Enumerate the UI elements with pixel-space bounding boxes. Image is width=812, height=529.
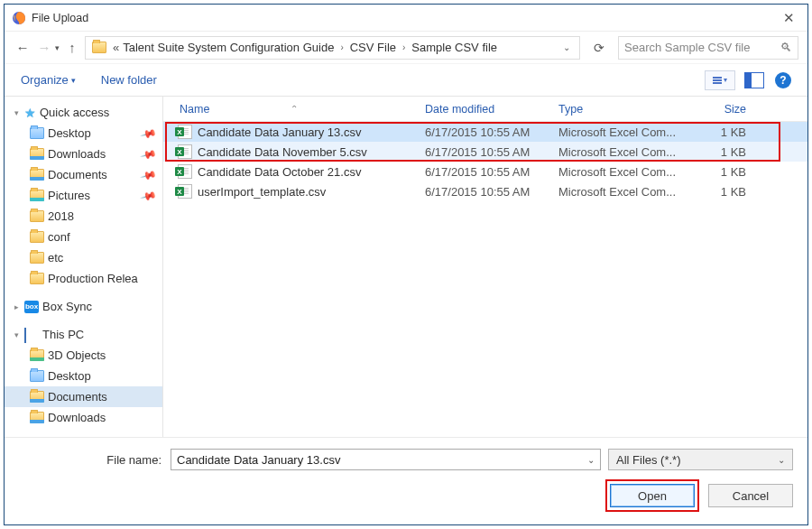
list-icon — [713, 77, 722, 84]
sidebar-item-label: Documents — [48, 390, 107, 404]
file-rows: XCandidate Data January 13.csv 6/17/2015… — [163, 122, 807, 201]
file-row[interactable]: XCandidate Data October 21.csv 6/17/2015… — [163, 162, 807, 181]
column-size[interactable]: Size — [687, 103, 759, 116]
sidebar-this-pc[interactable]: This PC — [5, 324, 162, 345]
pin-icon: 📌 — [140, 145, 158, 163]
forward-button[interactable]: → — [35, 40, 53, 55]
csv-icon: X — [178, 125, 192, 139]
file-row[interactable]: XuserImport_template.csv 6/17/2015 10:55… — [163, 181, 807, 201]
dialog-title: File Upload — [32, 12, 88, 24]
folder-icon — [30, 412, 44, 423]
file-name: Candidate Data October 21.csv — [198, 165, 361, 179]
file-type: Microsoft Excel Com... — [558, 185, 687, 199]
folder-icon — [91, 40, 107, 56]
sidebar-3d-objects[interactable]: 3D Objects — [5, 345, 162, 366]
file-list-pane: Name⌃ Date modified Type Size XCandidate… — [163, 97, 807, 437]
sidebar-box-sync[interactable]: boxBox Sync — [5, 296, 162, 317]
preview-pane-button[interactable] — [744, 72, 764, 88]
chevron-down-icon[interactable]: ⌄ — [587, 455, 595, 465]
filename-value: Candidate Data January 13.csv — [177, 453, 340, 467]
crumb-0[interactable]: Talent Suite System Configuration Guide — [119, 41, 337, 54]
file-size: 1 KB — [687, 125, 759, 139]
chevron-down-icon[interactable]: ⌄ — [558, 42, 576, 52]
new-folder-button[interactable]: New folder — [101, 73, 157, 87]
search-icon[interactable]: 🔍︎ — [780, 41, 792, 54]
file-type: Microsoft Excel Com... — [558, 145, 687, 159]
sidebar-desktop[interactable]: Desktop📌 — [5, 123, 162, 144]
history-dropdown[interactable]: ▾ — [55, 43, 60, 52]
crumb-1[interactable]: CSV File — [346, 41, 400, 54]
sidebar-etc[interactable]: etc — [5, 247, 162, 268]
star-icon: ★ — [24, 106, 36, 120]
sidebar-item-label: Quick access — [40, 106, 109, 119]
folder-icon — [30, 169, 44, 181]
file-dialog: File Upload ✕ ← → ▾ ↑ « Talent Suite Sys… — [4, 4, 808, 525]
filename-label: File name: — [19, 453, 163, 467]
file-size: 1 KB — [687, 145, 759, 159]
file-size: 1 KB — [687, 165, 759, 179]
filename-input[interactable]: Candidate Data January 13.csv ⌄ — [171, 449, 601, 470]
toolbar: Organize ▾ New folder ▾ ? — [5, 64, 807, 97]
folder-icon — [30, 190, 44, 201]
column-name[interactable]: Name — [180, 103, 209, 116]
sidebar-documents-pc[interactable]: Documents — [5, 386, 162, 407]
folder-icon — [30, 273, 44, 284]
filter-label: All Files (*.*) — [616, 453, 681, 467]
sidebar-item-label: Production Relea — [48, 272, 138, 285]
sidebar-2018[interactable]: 2018 — [5, 206, 162, 227]
sidebar-downloads[interactable]: Downloads📌 — [5, 144, 162, 164]
sidebar-item-label: conf — [48, 230, 70, 244]
help-button[interactable]: ? — [775, 72, 791, 88]
close-icon[interactable]: ✕ — [778, 10, 800, 26]
column-headers[interactable]: Name⌃ Date modified Type Size — [163, 97, 807, 122]
crumb-2[interactable]: Sample CSV file — [408, 41, 501, 54]
sidebar-pictures[interactable]: Pictures📌 — [5, 185, 162, 206]
bottom-panel: File name: Candidate Data January 13.csv… — [5, 437, 807, 524]
breadcrumb[interactable]: « Talent Suite System Configuration Guid… — [85, 36, 580, 60]
view-options-button[interactable]: ▾ — [705, 70, 735, 90]
sidebar-production[interactable]: Production Relea — [5, 268, 162, 289]
organize-button[interactable]: Organize — [21, 73, 69, 87]
sidebar: ★Quick access Desktop📌 Downloads📌 Docume… — [5, 97, 163, 437]
sidebar-item-label: Box Sync — [42, 300, 92, 313]
csv-icon: X — [178, 164, 192, 179]
breadcrumb-overflow[interactable]: « — [109, 41, 119, 54]
pin-icon: 📌 — [140, 166, 158, 184]
file-row[interactable]: XCandidate Data November 5.csv 6/17/2015… — [163, 142, 807, 162]
back-button[interactable]: ← — [14, 40, 32, 55]
chevron-down-icon[interactable]: ▾ — [71, 76, 76, 85]
folder-icon — [30, 252, 44, 264]
box-icon: box — [24, 301, 39, 313]
chevron-right-icon[interactable]: › — [337, 42, 346, 52]
sidebar-item-label: Pictures — [48, 189, 90, 202]
column-date[interactable]: Date modified — [425, 103, 558, 116]
folder-icon — [30, 349, 44, 361]
sidebar-documents[interactable]: Documents📌 — [5, 164, 162, 185]
sidebar-item-label: Documents — [48, 168, 107, 181]
chevron-down-icon: ▾ — [724, 76, 727, 84]
file-row[interactable]: XCandidate Data January 13.csv 6/17/2015… — [163, 122, 807, 142]
sidebar-item-label: Desktop — [48, 126, 91, 140]
sidebar-downloads-pc[interactable]: Downloads — [5, 407, 162, 428]
chevron-down-icon[interactable]: ⌄ — [778, 455, 785, 465]
column-type[interactable]: Type — [558, 103, 687, 116]
cancel-button-label: Cancel — [733, 489, 769, 503]
pin-icon: 📌 — [140, 125, 158, 143]
sort-indicator: ⌃ — [291, 104, 298, 114]
search-input[interactable]: Search Sample CSV file 🔍︎ — [618, 36, 798, 60]
file-date: 6/17/2015 10:55 AM — [425, 125, 558, 139]
cancel-button[interactable]: Cancel — [708, 484, 793, 507]
open-button[interactable]: Open — [610, 484, 695, 507]
folder-icon — [30, 391, 44, 403]
up-button[interactable]: ↑ — [63, 40, 81, 55]
sidebar-item-label: Desktop — [48, 369, 91, 383]
filetype-filter[interactable]: All Files (*.*) ⌄ — [608, 449, 793, 470]
file-date: 6/17/2015 10:55 AM — [425, 165, 558, 179]
firefox-icon — [12, 11, 26, 25]
sidebar-conf[interactable]: conf — [5, 227, 162, 247]
sidebar-quick-access[interactable]: ★Quick access — [5, 102, 162, 123]
folder-icon — [30, 231, 44, 243]
chevron-right-icon[interactable]: › — [400, 42, 408, 52]
refresh-button[interactable]: ⟳ — [587, 36, 611, 60]
sidebar-desktop-pc[interactable]: Desktop — [5, 366, 162, 386]
